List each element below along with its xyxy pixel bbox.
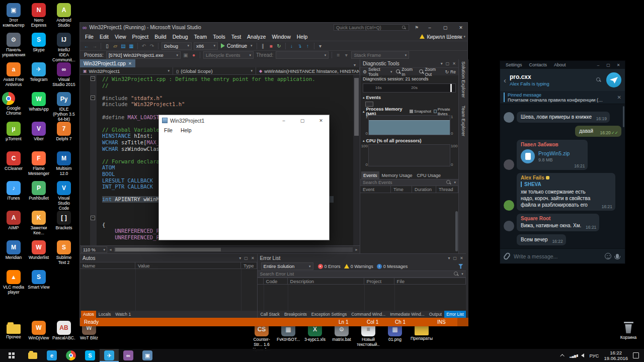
editor-vertical-scrollbar[interactable] [353,75,360,245]
events-table-body[interactable] [360,193,458,253]
vs-close-button[interactable]: ✕ [454,23,467,32]
menu-item[interactable]: Tools [210,34,228,40]
message-bubble[interactable]: Павел ЗабиковProgWin5.zip9.8 MB16:21 [517,140,588,170]
start-button[interactable] [0,349,23,362]
desktop-icon[interactable]: PPushbullet [27,181,50,201]
vs-minimize-button[interactable]: – [423,23,436,32]
menu-item[interactable]: Debug [170,34,191,40]
menu-item[interactable]: Build [151,34,169,40]
desktop-icon[interactable]: CSCounter-Str... 1.6 Хром 1... [250,322,273,352]
file-attachment[interactable]: ProgWin5.zip9.8 MB [521,148,570,167]
error-list-search-input[interactable]: Search Error List ▾ [258,270,466,278]
menu-item[interactable]: Window [269,34,293,40]
desktop-icon[interactable]: aAvast Free Antivirus [2,62,25,87]
document-tab[interactable]: Win32Project1.cpp ✕ [80,59,135,67]
toolbar-icon[interactable]: ● [190,52,198,58]
desktop-icon[interactable]: ∞Visual Studio 2015 [52,62,75,87]
toolbar-icon[interactable]: ■ [267,43,275,49]
signed-in-user[interactable]: Кирилл Шевяк [427,34,462,40]
events-section-header[interactable]: ▴ Events [360,94,458,101]
desktop-icon[interactable]: WWinDjView [27,321,50,341]
avatar[interactable] [504,235,514,245]
desktop-icon[interactable]: VViber [27,122,50,142]
avatar[interactable] [504,112,514,123]
panel-tab[interactable]: Call Stack [259,311,282,318]
error-list-body[interactable] [258,285,466,311]
message-list[interactable]: Шева, лови примеры в книжке16:19давай16:… [500,104,625,248]
message-bubble[interactable]: Всем вечер16:22 [517,234,566,245]
taskbar-edge[interactable]: e [42,349,61,362]
panel-tab[interactable]: Events [361,171,379,179]
menu-item[interactable]: File [160,127,176,133]
column-header[interactable]: Name [80,262,135,268]
menu-item[interactable]: Analyze [244,34,269,40]
app-close-button[interactable]: ✕ [313,115,329,126]
panel-tab[interactable]: CPU Usage [415,171,443,179]
toolbar-icon[interactable]: ▾ [342,52,350,58]
fold-marker-icon[interactable]: − [91,216,95,220]
panel-tab[interactable]: Breakpoints [282,311,309,318]
fold-marker-icon[interactable]: − [91,76,95,81]
desktop-icon[interactable]: ▲VLC media player [2,270,25,295]
scroll-left-icon[interactable]: ◂ [107,247,114,252]
desktop-icon[interactable]: KЗаметки Кее... [27,211,50,236]
column-header[interactable]: Code [264,278,288,284]
autos-body[interactable] [80,269,257,311]
tg-maximize-button[interactable]: ▢ [604,61,613,69]
action-center-icon[interactable] [633,352,639,358]
panel-tab[interactable]: Error List [444,311,465,318]
toolbar-icon[interactable]: ↷ [148,43,156,49]
file-name[interactable]: ProgWin5.zip [538,150,570,156]
desktop-icon[interactable]: 7Delphi 7 [52,122,75,142]
toolbar-icon[interactable]: → [91,43,99,49]
toolbar-icon[interactable]: ↻ [275,43,283,49]
app-maximize-button[interactable]: ▢ [294,115,310,126]
app-minimize-button[interactable]: – [276,115,292,126]
avatar[interactable] [504,200,514,211]
editor-horizontal-scrollbar[interactable] [114,247,353,252]
scope-dropdown[interactable]: Entire Solution ▾ [261,262,313,270]
column-header[interactable]: Value [135,262,241,268]
window-position-icon[interactable]: ▾ [448,256,450,260]
telegram-titlebar[interactable]: SettingsContactsAbout – ▢ ✕ [500,61,625,69]
nav-project-dropdown[interactable]: ▣ Win32Project1 ▾ [80,67,173,74]
panel-tab[interactable]: Immediate Wind... [388,311,427,318]
panel-tab[interactable]: Exception Settings [309,311,349,318]
column-header[interactable]: Duration [412,186,436,193]
desktop-icon[interactable]: µµTorrent [2,122,25,142]
message-input[interactable]: Write a message... [514,253,600,259]
cpu-section-header[interactable]: ▴ CPU (% of all processors) [360,137,458,144]
desktop-icon[interactable]: SSmart View [27,270,50,290]
close-icon[interactable]: ✕ [251,256,255,260]
taskbar-chrome[interactable] [61,349,80,362]
menu-item[interactable]: Help [294,34,311,40]
close-icon[interactable]: ✕ [452,61,456,66]
panel-tab[interactable]: Command Wind... [349,311,387,318]
scrollbar-thumb[interactable] [623,106,624,127]
toolbar-dropdown[interactable]: ▾ [276,51,329,59]
attach-icon[interactable] [503,252,511,260]
menu-item[interactable]: File [82,34,97,40]
nav-member-dropdown[interactable]: ◆ wWinMain(HINSTANCE hInstance, HINSTAN … [256,67,360,74]
scroll-right-icon[interactable]: ▸ [353,247,360,252]
window-position-icon[interactable]: ▾ [441,61,443,66]
tg-close-button[interactable]: ✕ [614,61,623,69]
volume-icon[interactable] [581,353,584,357]
message-input-bar[interactable]: Write a message... [500,248,625,263]
column-header[interactable]: Description [288,278,364,284]
desktop-icon[interactable]: ♪iTunes [2,181,25,201]
network-icon[interactable]: ▂▄▆ [570,354,576,357]
menu-item[interactable]: Team [191,34,210,40]
toolbar-icon[interactable]: ↴ [296,43,304,49]
desktop-icon[interactable]: VVisual Studio Code [52,181,75,211]
desktop-icon[interactable]: SSkype [27,33,50,53]
autos-header[interactable]: Autos ▾ ▢ ✕ [80,254,257,262]
emoji-icon[interactable] [605,253,611,259]
desktop-icon[interactable]: WWhatsApp [27,92,50,112]
taskbar-telegram[interactable]: ✈ [100,349,119,362]
memory-section-header[interactable]: ▴ Process Memory (MB) SnapshotPrivate By… [360,108,458,115]
toolbar-icon[interactable]: ∥ [259,43,267,49]
desktop-icon[interactable]: WWunderlist [27,240,50,260]
panel-tab[interactable]: Output [427,311,444,318]
menu-item[interactable]: Contacts [526,62,551,67]
